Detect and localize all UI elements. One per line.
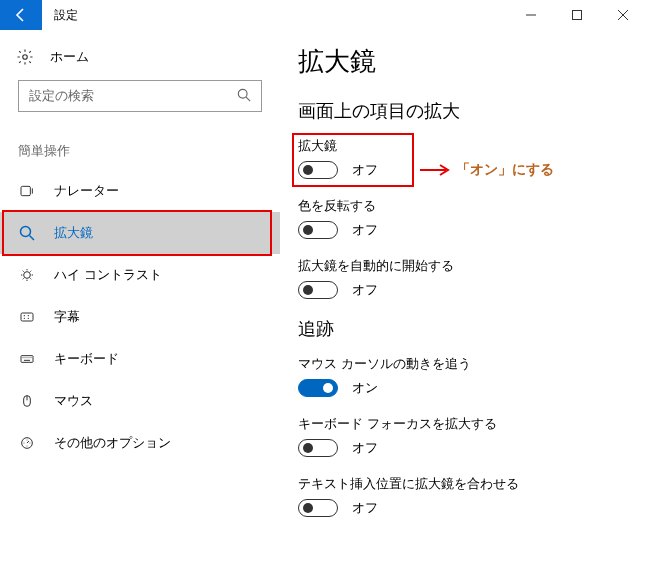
minimize-button[interactable]	[508, 0, 554, 30]
home-nav[interactable]: ホーム	[0, 40, 280, 74]
toggle-follow-mouse[interactable]	[298, 379, 338, 397]
svg-line-7	[30, 236, 35, 241]
search-wrap: 設定の検索	[0, 74, 280, 128]
toggle-keyboard-focus[interactable]	[298, 439, 338, 457]
high-contrast-icon	[18, 267, 36, 283]
toggle-state: オフ	[352, 161, 378, 179]
keyboard-icon	[18, 351, 36, 367]
gear-icon	[16, 48, 34, 66]
sidebar-item-label: 拡大鏡	[54, 224, 93, 242]
settings-window: 設定 ホーム	[0, 0, 646, 564]
setting-group-keyboard-focus: キーボード フォーカスを拡大する オフ	[298, 415, 628, 457]
sidebar-item-magnifier[interactable]: 拡大鏡	[0, 212, 280, 254]
section-heading-magnify: 画面上の項目の拡大	[298, 99, 628, 123]
setting-group-follow-mouse: マウス カーソルの動きを追う オン	[298, 355, 628, 397]
sidebar-item-mouse[interactable]: マウス	[0, 380, 280, 422]
svg-rect-10	[21, 356, 33, 363]
maximize-button[interactable]	[554, 0, 600, 30]
window-controls	[508, 0, 646, 30]
setting-label: テキスト挿入位置に拡大鏡を合わせる	[298, 475, 628, 493]
sidebar: ホーム 設定の検索 簡単操作 ナレーター	[0, 30, 280, 564]
captions-icon	[18, 309, 36, 325]
svg-point-8	[24, 272, 31, 279]
toggle-state: オフ	[352, 221, 378, 239]
toggle-state: オフ	[352, 499, 378, 517]
toggle-invert-colors[interactable]	[298, 221, 338, 239]
sidebar-item-narrator[interactable]: ナレーター	[0, 170, 280, 212]
body: ホーム 設定の検索 簡単操作 ナレーター	[0, 30, 646, 564]
search-input[interactable]: 設定の検索	[18, 80, 262, 112]
annotation-red-box-sidebar	[2, 210, 272, 256]
sidebar-section-label: 簡単操作	[0, 128, 280, 170]
back-button[interactable]	[0, 0, 42, 30]
setting-label: マウス カーソルの動きを追う	[298, 355, 628, 373]
search-placeholder: 設定の検索	[29, 87, 237, 105]
sidebar-item-label: ナレーター	[54, 182, 119, 200]
sidebar-item-keyboard[interactable]: キーボード	[0, 338, 280, 380]
sidebar-item-label: その他のオプション	[54, 434, 171, 452]
svg-rect-5	[21, 186, 30, 195]
svg-line-4	[246, 97, 250, 101]
section-heading-tracking: 追跡	[298, 317, 628, 341]
svg-point-2	[23, 55, 28, 60]
sidebar-item-label: キーボード	[54, 350, 119, 368]
setting-group-auto-start: 拡大鏡を自動的に開始する オフ	[298, 257, 628, 299]
setting-label: 拡大鏡	[298, 137, 628, 155]
setting-group-invert-colors: 色を反転する オフ	[298, 197, 628, 239]
svg-rect-1	[573, 11, 582, 20]
window-title: 設定	[42, 0, 78, 30]
home-label: ホーム	[50, 48, 89, 66]
other-options-icon	[18, 435, 36, 451]
toggle-text-cursor[interactable]	[298, 499, 338, 517]
toggle-state: オフ	[352, 281, 378, 299]
svg-rect-9	[21, 313, 33, 321]
close-button[interactable]	[600, 0, 646, 30]
annotation-arrow: 「オン」にする	[420, 161, 554, 179]
setting-label: キーボード フォーカスを拡大する	[298, 415, 628, 433]
sidebar-item-captions[interactable]: 字幕	[0, 296, 280, 338]
setting-group-magnifier: 拡大鏡 オフ 「オン」にする	[298, 137, 628, 179]
magnifier-icon	[18, 225, 36, 241]
setting-group-text-cursor: テキスト挿入位置に拡大鏡を合わせる オフ	[298, 475, 628, 517]
sidebar-item-label: 字幕	[54, 308, 80, 326]
svg-point-6	[21, 227, 31, 237]
toggle-auto-start[interactable]	[298, 281, 338, 299]
annotation-text: 「オン」にする	[456, 161, 554, 179]
titlebar: 設定	[0, 0, 646, 30]
mouse-icon	[18, 393, 36, 409]
sidebar-item-other-options[interactable]: その他のオプション	[0, 422, 280, 464]
main-content: 拡大鏡 画面上の項目の拡大 拡大鏡 オフ 「オン」にする 色を反転する オ	[280, 30, 646, 564]
toggle-state: オフ	[352, 439, 378, 457]
search-icon	[237, 88, 251, 105]
page-title: 拡大鏡	[298, 44, 628, 79]
svg-point-3	[238, 89, 247, 98]
sidebar-item-highcontrast[interactable]: ハイ コントラスト	[0, 254, 280, 296]
sidebar-item-label: マウス	[54, 392, 93, 410]
setting-label: 色を反転する	[298, 197, 628, 215]
toggle-state: オン	[352, 379, 378, 397]
sidebar-item-label: ハイ コントラスト	[54, 266, 162, 284]
toggle-magnifier[interactable]	[298, 161, 338, 179]
narrator-icon	[18, 183, 36, 199]
setting-label: 拡大鏡を自動的に開始する	[298, 257, 628, 275]
